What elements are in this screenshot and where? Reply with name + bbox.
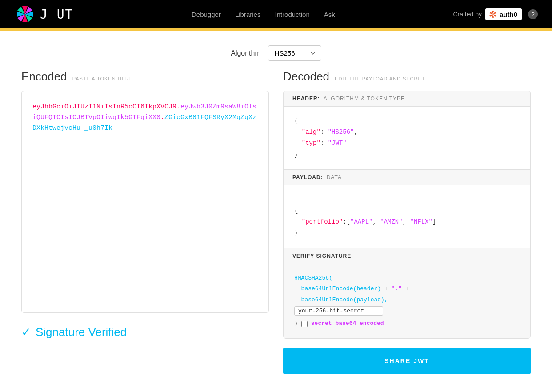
- verify-func-name: HMACSHA256(: [294, 275, 332, 281]
- nav-introduction[interactable]: Introduction: [275, 11, 309, 18]
- dot2: .: [160, 114, 164, 121]
- nav-debugger[interactable]: Debugger: [192, 11, 221, 18]
- payload-amzn: "AMZN": [380, 218, 402, 225]
- navbar: J UT Debugger Libraries Introduction Ask…: [0, 0, 552, 28]
- secret-input[interactable]: [294, 306, 383, 316]
- signature-verified: ✓ Signature Verified: [21, 313, 269, 352]
- auth0-brand[interactable]: auth0: [485, 8, 522, 20]
- decoded-title: Decoded: [283, 70, 329, 84]
- main-content: Encoded PASTE A TOKEN HERE eyJhbGciOiJIU…: [0, 70, 552, 374]
- payload-section-title: PAYLOAD: DATA: [284, 170, 530, 185]
- verify-section: VERIFY SIGNATURE HMACSHA256( base64UrlEn…: [284, 248, 530, 338]
- header-section-title: HEADER: ALGORITHM & TOKEN TYPE: [284, 91, 530, 107]
- b64-row: ) secret base64 encoded: [294, 318, 520, 329]
- nav-libraries[interactable]: Libraries: [235, 11, 261, 18]
- header-sublabel: ALGORITHM & TOKEN TYPE: [324, 96, 405, 102]
- crafted-by-area: Crafted by auth0 ?: [453, 8, 538, 20]
- header-typ-key: "typ": [294, 140, 320, 147]
- payload-body[interactable]: { "portfolio":["AAPL", "AMZN", "NFLX"] }: [284, 185, 530, 248]
- header-close-brace: }: [294, 151, 298, 158]
- encoded-subtitle: PASTE A TOKEN HERE: [72, 76, 133, 81]
- decoded-panel: Decoded EDIT THE PAYLOAD AND SECRET HEAD…: [283, 70, 531, 374]
- verified-checkmark-icon: ✓: [21, 325, 31, 339]
- verify-line2: base64UrlEncode(payload),: [294, 296, 388, 303]
- logo-area: J UT: [14, 4, 73, 25]
- verify-line1: base64UrlEncode(header): [294, 285, 381, 292]
- decoded-header-row: Decoded EDIT THE PAYLOAD AND SECRET: [283, 70, 531, 84]
- dot1: .: [176, 103, 180, 111]
- encoded-panel: Encoded PASTE A TOKEN HERE eyJhbGciOiJIU…: [21, 70, 283, 374]
- payload-open-brace: {: [294, 207, 298, 214]
- algorithm-select[interactable]: HS256 HS384 HS512 RS256: [268, 45, 321, 61]
- logo-text: J UT: [40, 7, 73, 22]
- header-label: HEADER:: [292, 96, 320, 102]
- encoded-title: Encoded: [21, 70, 67, 84]
- algorithm-label: Algorithm: [231, 49, 261, 57]
- nav-ask[interactable]: Ask: [324, 11, 335, 18]
- help-icon[interactable]: ?: [528, 9, 538, 19]
- payload-label: PAYLOAD:: [292, 174, 323, 180]
- algorithm-row: Algorithm HS256 HS384 HS512 RS256: [0, 31, 552, 70]
- header-body[interactable]: { "alg": "HS256", "typ": "JWT" }: [284, 107, 530, 169]
- encoded-box[interactable]: eyJhbGciOiJIUzI1NiIsInR5cCI6IkpXVCJ9.eyJ…: [21, 91, 269, 313]
- payload-portfolio-key: "portfolio": [294, 218, 343, 225]
- payload-close-brace: }: [294, 229, 298, 236]
- jwt-logo-icon[interactable]: [14, 4, 36, 25]
- share-jwt-button[interactable]: SHARE JWT: [283, 348, 531, 374]
- b64-label: secret base64 encoded: [311, 318, 384, 329]
- payload-sublabel: DATA: [327, 174, 342, 180]
- header-open-brace: {: [294, 117, 298, 124]
- decoded-subtitle: EDIT THE PAYLOAD AND SECRET: [335, 76, 425, 81]
- header-alg-value: "HS256": [328, 128, 354, 136]
- verify-body: HMACSHA256( base64UrlEncode(header) + ".…: [284, 264, 530, 338]
- token-part1: eyJhbGciOiJIUzI1NiIsInR5cCI6IkpXVCJ9: [32, 103, 176, 111]
- encoded-header: Encoded PASTE A TOKEN HERE: [21, 70, 269, 84]
- verify-section-title: VERIFY SIGNATURE: [284, 248, 530, 264]
- nav-links: Debugger Libraries Introduction Ask: [192, 11, 335, 18]
- auth0-text: auth0: [500, 11, 517, 18]
- payload-section: PAYLOAD: DATA { "portfolio":["AAPL", "AM…: [284, 169, 530, 248]
- decoded-group: HEADER: ALGORITHM & TOKEN TYPE { "alg": …: [283, 91, 531, 339]
- payload-aapl: "AAPL": [350, 218, 372, 225]
- verified-text: Signature Verified: [36, 325, 127, 339]
- header-alg-key: "alg": [294, 128, 320, 136]
- close-paren: ): [294, 318, 298, 329]
- payload-nflx: "NFLX": [410, 218, 432, 225]
- decoded-sections: HEADER: ALGORITHM & TOKEN TYPE { "alg": …: [283, 91, 531, 339]
- crafted-by-label: Crafted by: [453, 11, 482, 18]
- header-typ-value: "JWT": [328, 140, 347, 147]
- b64-checkbox[interactable]: [301, 321, 308, 327]
